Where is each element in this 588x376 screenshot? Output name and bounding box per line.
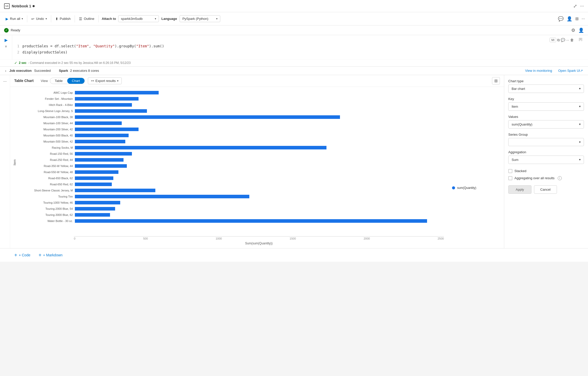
bar-row: Road-650 Red, 62: [19, 182, 444, 187]
bar-fill: [75, 158, 124, 162]
x-tick: 500: [143, 237, 148, 240]
x-axis-label: Sum(sum(Quantity)): [245, 242, 272, 245]
view-monitoring-link[interactable]: View in monitoring: [525, 69, 552, 73]
x-tick: 1000: [216, 237, 222, 240]
cell-more-btn[interactable]: ···: [566, 38, 569, 42]
add-markdown-btn[interactable]: + + Markdown: [38, 253, 62, 258]
aggregating-checkbox-row: Aggregating over all results i: [508, 176, 584, 180]
notebook-icon: NB: [4, 3, 10, 9]
chart-type-dropdown[interactable]: Bar chart ▾: [508, 85, 584, 93]
aggregation-dropdown[interactable]: Sum ▾: [508, 156, 584, 164]
stacked-label: Stacked: [514, 169, 526, 173]
job-label: Job execution: [9, 69, 32, 73]
values-dropdown[interactable]: sum(Quantity) ▾: [508, 120, 584, 129]
add-markdown-icon: +: [38, 253, 42, 258]
bar-fill: [75, 91, 159, 94]
x-tick: 2000: [364, 237, 370, 240]
bar-track: [75, 108, 444, 114]
values-chevron: ▾: [579, 122, 581, 126]
export-btn[interactable]: ↦ Export results ▾: [88, 77, 122, 84]
chart-view-toggle[interactable]: Chart: [67, 78, 85, 84]
table-view-btn[interactable]: ⊞: [575, 16, 579, 21]
bar-label: Touring-2000 Blue, 54: [19, 207, 73, 210]
open-spark-ui-link[interactable]: Open Spark UI↗: [558, 69, 583, 73]
settings-btn[interactable]: ⚙: [571, 27, 575, 33]
bar-row: Short-Sleeve Classic Jersey, M: [19, 188, 444, 193]
add-code-btn[interactable]: + + Code: [14, 253, 30, 258]
publish-btn[interactable]: ⬆ Publish: [53, 15, 73, 22]
job-status: Succeeded: [34, 69, 51, 73]
code-line-1: 1 productSales = df.select("Item", "Quan…: [14, 43, 574, 49]
bar-track: [75, 194, 444, 199]
bar-fill: [75, 128, 139, 131]
stacked-checkbox[interactable]: [508, 169, 512, 173]
aggregating-checkbox[interactable]: [508, 176, 512, 180]
undo-icon: ↩: [31, 17, 34, 21]
bar-fill: [75, 121, 122, 125]
bar-row: Touring-1000 Yellow, 46: [19, 200, 444, 205]
undo-chevron: ▾: [46, 17, 47, 20]
bar-fill: [75, 207, 115, 211]
bar-label: Road-650 Black, 62: [19, 177, 73, 180]
toolbar-more-btn[interactable]: ···: [582, 17, 585, 21]
bar-track: [75, 200, 444, 205]
profile-btn[interactable]: 👤: [567, 16, 572, 22]
bar-row: Touring-2000 Blue, 54: [19, 206, 444, 212]
more-options-btn[interactable]: ···: [580, 3, 584, 9]
bar-track: [75, 127, 444, 132]
profile2-btn[interactable]: 👤: [578, 27, 584, 33]
output-settings-btn[interactable]: ⊞: [492, 77, 500, 85]
undo-btn[interactable]: ↩ Undo ▾: [29, 15, 49, 22]
toolbar-divider-3: [75, 15, 75, 22]
bar-label: Racing Socks, M: [19, 146, 73, 149]
bar-label: Road-550-W Yellow, 48: [19, 171, 73, 174]
bar-track: [75, 169, 444, 175]
bar-track: [75, 114, 444, 120]
bar-row: Mountain-500 Black, 40: [19, 133, 444, 138]
exec-detail: - Command executed in 2 sec 55 ms by Jes…: [28, 61, 131, 65]
notebook-title: Notebook 1: [12, 4, 31, 8]
bar-label: Fender Set - Mountain: [19, 97, 73, 100]
bar-fill: [75, 201, 120, 204]
cell-comment-btn[interactable]: 💬: [561, 38, 565, 42]
expand-window-btn[interactable]: ⤢: [573, 3, 577, 9]
job-expand-btn[interactable]: ›: [5, 69, 6, 73]
cell-run-btn[interactable]: ▶: [4, 37, 8, 43]
apply-btn[interactable]: Apply: [508, 185, 531, 194]
chat-btn[interactable]: 💬: [558, 16, 564, 22]
cell-delete-btn[interactable]: 🗑: [570, 38, 574, 42]
cancel-btn[interactable]: Cancel: [534, 185, 557, 194]
attach-to-label: Attach to: [102, 17, 116, 21]
run-all-btn[interactable]: ▶ Run all ▾: [3, 15, 25, 22]
run-all-icon: ▶: [6, 17, 8, 21]
export-chevron: ▾: [117, 79, 118, 82]
series-group-section: Series Group ▾: [508, 133, 584, 146]
cell-collapse-btn[interactable]: ∨: [4, 44, 8, 49]
bar-row: Road-550-W Yellow, 48: [19, 169, 444, 175]
bar-track: [75, 163, 444, 169]
bar-track: [75, 188, 444, 193]
view-label: View: [41, 79, 48, 83]
key-dropdown[interactable]: Item ▾: [508, 102, 584, 111]
series-group-dropdown[interactable]: ▾: [508, 138, 584, 146]
outline-btn[interactable]: ☰ Outline: [76, 15, 97, 22]
bar-row: Road-150 Red, 56: [19, 151, 444, 157]
values-label: Values: [508, 115, 584, 119]
bar-fill: [75, 109, 147, 113]
values-section: Values sum(Quantity) ▾: [508, 115, 584, 129]
y-axis-label-area: Item: [10, 89, 19, 236]
cell-ml-btn[interactable]: MI: [550, 38, 556, 42]
aggregating-info-icon[interactable]: i: [558, 176, 562, 180]
language-dropdown[interactable]: PySpark (Python) ▾: [180, 15, 220, 22]
spark-label: Spark: [59, 69, 68, 73]
cell-copy-btn[interactable]: ⧉: [557, 38, 560, 42]
x-tick: 2500: [437, 237, 444, 240]
bar-row: Fender Set - Mountain: [19, 96, 444, 102]
attach-dropdown[interactable]: sparkk3m5udb ▾: [118, 15, 159, 22]
attach-value: sparkk3m5udb: [121, 17, 143, 21]
output-more-btn[interactable]: ···: [3, 79, 7, 84]
bar-row: Touring Tire: [19, 194, 444, 199]
table-view-toggle[interactable]: Table: [50, 78, 67, 84]
bar-fill: [75, 103, 132, 107]
bar-row: AWC Logo Cap: [19, 90, 444, 95]
